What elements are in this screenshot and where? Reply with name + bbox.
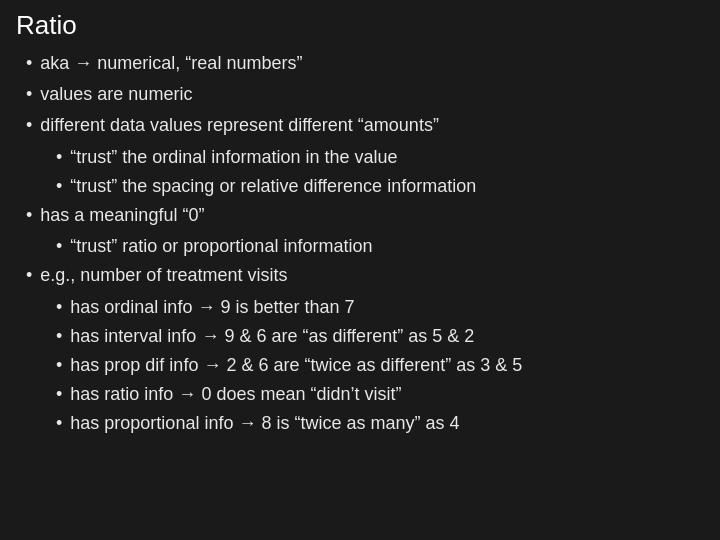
bullet-item-meaningful-zero: •has a meaningful “0” (26, 203, 704, 228)
bullet-item-different: •different data values represent differe… (26, 113, 704, 138)
bullet-dot: • (26, 82, 32, 107)
bullet-item-values: •values are numeric (26, 82, 704, 107)
sub-text-trust-spacing: “trust” the spacing or relative differen… (70, 174, 476, 199)
bullet-text-eg: e.g., number of treatment visits (40, 263, 287, 288)
sub-bullet-dot: • (56, 295, 62, 320)
bullet-dot: • (26, 113, 32, 138)
page-title: Ratio (16, 10, 704, 41)
sub-item-prop-dif-info: •has prop dif info → 2 & 6 are “twice as… (56, 353, 704, 378)
bullet-text-meaningful-zero: has a meaningful “0” (40, 203, 204, 228)
content-area: •aka → numerical, “real numbers”•values … (16, 51, 704, 436)
sub-item-interval-info: •has interval info → 9 & 6 are “as diffe… (56, 324, 704, 349)
sub-bullet-dot: • (56, 174, 62, 199)
sub-item-ratio-info: •has ratio info → 0 does mean “didn’t vi… (56, 382, 704, 407)
sub-text-trust-ordinal: “trust” the ordinal information in the v… (70, 145, 397, 170)
bullet-item-aka: •aka → numerical, “real numbers” (26, 51, 704, 76)
sub-text-prop-dif-info: has prop dif info → 2 & 6 are “twice as … (70, 353, 522, 378)
sub-text-interval-info: has interval info → 9 & 6 are “as differ… (70, 324, 474, 349)
sub-bullet-dot: • (56, 145, 62, 170)
sub-item-proportional-info: •has proportional info → 8 is “twice as … (56, 411, 704, 436)
sub-item-trust-spacing: •“trust” the spacing or relative differe… (56, 174, 704, 199)
sub-text-proportional-info: has proportional info → 8 is “twice as m… (70, 411, 459, 436)
sub-bullet-dot: • (56, 353, 62, 378)
sub-bullet-dot: • (56, 411, 62, 436)
sub-text-ratio-info: has ratio info → 0 does mean “didn’t vis… (70, 382, 401, 407)
subitems-eg: •has ordinal info → 9 is better than 7•h… (26, 295, 704, 437)
subitems-meaningful-zero: •“trust” ratio or proportional informati… (26, 234, 704, 259)
bullet-text-aka: aka → numerical, “real numbers” (40, 51, 302, 76)
bullet-text-values: values are numeric (40, 82, 192, 107)
sub-bullet-dot: • (56, 382, 62, 407)
sub-bullet-dot: • (56, 234, 62, 259)
sub-bullet-dot: • (56, 324, 62, 349)
bullet-text-different: different data values represent differen… (40, 113, 439, 138)
bullet-dot: • (26, 263, 32, 288)
subitems-different: •“trust” the ordinal information in the … (26, 145, 704, 199)
sub-item-trust-ordinal: •“trust” the ordinal information in the … (56, 145, 704, 170)
bullet-item-eg: •e.g., number of treatment visits (26, 263, 704, 288)
sub-text-trust-ratio: “trust” ratio or proportional informatio… (70, 234, 372, 259)
sub-item-ordinal-info: •has ordinal info → 9 is better than 7 (56, 295, 704, 320)
bullet-dot: • (26, 203, 32, 228)
sub-text-ordinal-info: has ordinal info → 9 is better than 7 (70, 295, 354, 320)
sub-item-trust-ratio: •“trust” ratio or proportional informati… (56, 234, 704, 259)
bullet-dot: • (26, 51, 32, 76)
